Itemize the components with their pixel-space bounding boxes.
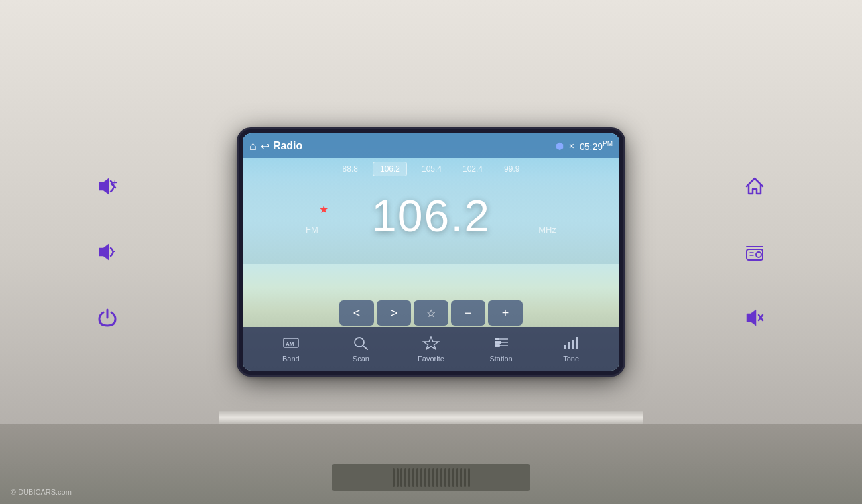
- menu-item-station[interactable]: Station: [481, 336, 521, 363]
- vent-slot: [424, 468, 426, 487]
- minus-button[interactable]: −: [451, 300, 485, 326]
- screen: ⌂ ↩ Radio ⬢ × 05:29PM 88.8 106.2 105.4 1…: [243, 133, 619, 371]
- svg-text:+: +: [113, 178, 117, 186]
- svg-text:AM: AM: [286, 341, 294, 347]
- power-button[interactable]: [93, 303, 122, 332]
- scan-icon: [352, 336, 369, 353]
- preset-3[interactable]: 105.4: [415, 162, 448, 176]
- vent-slot: [400, 468, 402, 487]
- favorite-label-text: Favorite: [418, 355, 444, 363]
- menu-item-favorite[interactable]: Favorite: [411, 336, 451, 363]
- band-icon: AM: [282, 336, 300, 353]
- vent-slot: [397, 468, 399, 487]
- svg-rect-18: [568, 342, 570, 349]
- left-controls: + -: [93, 172, 122, 332]
- svg-line-9: [363, 346, 367, 349]
- screen-title: Radio: [273, 140, 556, 152]
- plus-button[interactable]: +: [488, 300, 523, 326]
- presets-bar: 88.8 106.2 105.4 102.4 99.9: [243, 158, 619, 180]
- vent-slot: [393, 468, 395, 487]
- vent-slot: [428, 468, 430, 487]
- vent-slot: [464, 468, 466, 487]
- vent-slot: [416, 468, 418, 487]
- preset-5[interactable]: 99.9: [497, 162, 526, 176]
- vent-slot: [456, 468, 458, 487]
- band-label-text: Band: [282, 355, 300, 363]
- station-label-text: Station: [489, 355, 512, 363]
- mute-right-button[interactable]: [740, 303, 769, 332]
- vent-slot: [452, 468, 454, 487]
- band-label: FM: [306, 225, 318, 235]
- scan-label-text: Scan: [353, 355, 369, 363]
- infotainment-unit: ⌂ ↩ Radio ⬢ × 05:29PM 88.8 106.2 105.4 1…: [239, 129, 623, 375]
- svg-rect-15: [495, 341, 501, 344]
- preset-1[interactable]: 88.8: [336, 162, 365, 176]
- time-display: 05:29PM: [580, 140, 613, 152]
- next-button[interactable]: >: [377, 300, 411, 326]
- controls-row: < > ☆ − +: [243, 300, 619, 326]
- vent-slot: [436, 468, 438, 487]
- svg-marker-4: [99, 244, 109, 260]
- svg-point-22: [756, 252, 761, 257]
- svg-rect-14: [495, 338, 499, 340]
- vent-slot: [440, 468, 442, 487]
- svg-rect-17: [564, 345, 566, 349]
- svg-rect-21: [747, 249, 763, 260]
- status-bar: ⌂ ↩ Radio ⬢ × 05:29PM: [243, 133, 619, 158]
- frequency-area: FM 106.2 MHz: [243, 186, 619, 238]
- preset-2[interactable]: 106.2: [373, 162, 407, 176]
- prev-button[interactable]: <: [339, 300, 374, 326]
- silver-trim: [219, 411, 643, 424]
- favorite-icon: [422, 336, 440, 353]
- mhz-label: MHz: [538, 225, 556, 235]
- radio-right-button[interactable]: [740, 237, 769, 267]
- vent-slot: [412, 468, 414, 487]
- volume-down-button[interactable]: -: [93, 237, 122, 267]
- volume-up-button[interactable]: +: [93, 172, 122, 201]
- vent-slot: [448, 468, 450, 487]
- vent-slot: [444, 468, 446, 487]
- vent-slot: [468, 468, 470, 487]
- home-right-button[interactable]: [740, 172, 769, 201]
- station-icon: [493, 336, 510, 353]
- time-value: 05:29: [580, 141, 603, 152]
- watermark: © DUBICARS.com: [11, 488, 72, 496]
- tone-label-text: Tone: [563, 355, 579, 363]
- vent-slot: [404, 468, 406, 487]
- back-icon[interactable]: ↩: [261, 140, 269, 153]
- right-controls: [740, 172, 769, 332]
- ampm-value: PM: [603, 140, 613, 147]
- svg-rect-20: [576, 337, 578, 349]
- svg-rect-19: [572, 340, 574, 349]
- menu-item-scan[interactable]: Scan: [341, 336, 381, 363]
- frequency-display: 106.2: [371, 193, 491, 238]
- home-icon[interactable]: ⌂: [249, 139, 257, 153]
- vent-slot: [432, 468, 434, 487]
- close-button[interactable]: ×: [569, 141, 574, 151]
- menu-item-band[interactable]: AM Band: [271, 336, 311, 363]
- svg-marker-10: [424, 337, 438, 349]
- vent-grille: [332, 464, 530, 491]
- vent-slot: [420, 468, 422, 487]
- status-right: ⬢ × 05:29PM: [556, 140, 613, 152]
- vent-area: [0, 424, 862, 504]
- scene: + - ⌂ ↩ Radio: [0, 0, 862, 504]
- vent-slot: [408, 468, 410, 487]
- preset-4[interactable]: 102.4: [456, 162, 489, 176]
- svg-marker-0: [99, 178, 109, 194]
- favorite-button[interactable]: ☆: [414, 300, 448, 326]
- bluetooth-icon: ⬢: [556, 141, 564, 151]
- menu-item-tone[interactable]: Tone: [551, 336, 591, 363]
- svg-rect-16: [495, 344, 500, 347]
- tone-icon: [562, 336, 580, 353]
- bottom-menu: AM Band Scan: [243, 327, 619, 371]
- svg-marker-26: [747, 310, 756, 326]
- svg-text:-: -: [113, 246, 115, 256]
- vent-slot: [460, 468, 462, 487]
